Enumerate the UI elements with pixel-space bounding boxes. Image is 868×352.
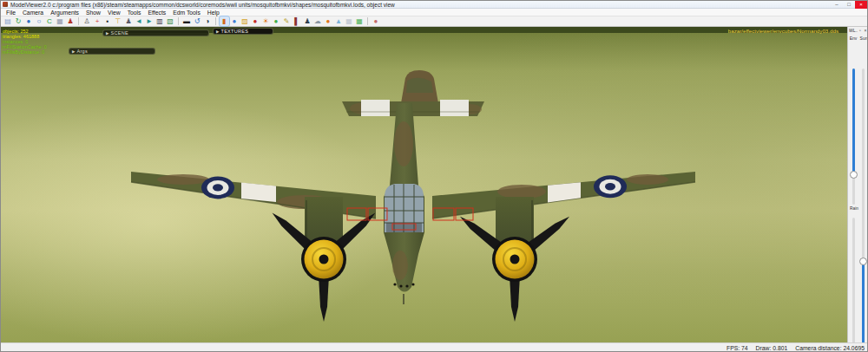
aircraft-model[interactable] bbox=[1, 27, 847, 342]
arrow-left-icon[interactable]: ◄ bbox=[135, 16, 144, 26]
close-button[interactable]: × bbox=[855, 1, 867, 9]
tail-section bbox=[342, 70, 484, 116]
reload-model-icon[interactable]: ↻ bbox=[14, 16, 23, 26]
rain-slider-label: Rain bbox=[848, 206, 860, 211]
texture-grid-icon[interactable]: ▥ bbox=[155, 16, 165, 26]
model-figure-icon[interactable]: ♟ bbox=[66, 16, 76, 26]
dark-figure-icon[interactable]: ♟ bbox=[303, 16, 312, 26]
scene-panel-label: SCENE bbox=[110, 30, 128, 36]
toolbar-separator bbox=[78, 17, 79, 25]
window-title: ModelViewer2.0 c:/program files (x86)/st… bbox=[10, 1, 831, 9]
textures-panel-label: TEXTURES bbox=[220, 29, 248, 34]
grid-view-icon[interactable]: ▦ bbox=[56, 16, 65, 26]
arrow-right-icon[interactable]: ► bbox=[145, 16, 155, 26]
toolbar-separator bbox=[367, 17, 368, 25]
pilot-figure-icon[interactable]: ♟ bbox=[124, 16, 134, 26]
app-icon bbox=[3, 2, 8, 7]
sidebar-title: WL.. bbox=[849, 28, 858, 33]
spinner-right bbox=[492, 237, 537, 282]
args-panel-label: Args bbox=[76, 49, 88, 54]
scene-panel-header[interactable]: ▶ SCENE bbox=[102, 29, 209, 36]
folder-icon[interactable]: ▨ bbox=[240, 16, 250, 26]
palette-icon[interactable]: ▧ bbox=[166, 16, 175, 26]
green-grid-icon[interactable]: ▦ bbox=[355, 16, 365, 26]
toolbar-separator bbox=[178, 17, 179, 25]
rotate-ccw-icon[interactable]: ↺ bbox=[193, 16, 202, 26]
monitor-icon[interactable]: ▪ bbox=[103, 16, 113, 26]
roundel-right bbox=[594, 175, 627, 198]
thermometer-icon[interactable]: ▌ bbox=[293, 16, 302, 26]
antenna-icon[interactable]: ⊤ bbox=[114, 16, 123, 26]
menu-edm-tools[interactable]: Edm Tools bbox=[169, 9, 204, 16]
bar-chart-icon[interactable]: ▮ bbox=[220, 16, 229, 26]
expander-icon: ▶ bbox=[106, 31, 108, 36]
render-stats-overlay: objects: 252triangles: 461888instances: … bbox=[3, 29, 47, 55]
toolbar: ▤↻●○C▦♟♙+▪⊤♟◄►▥▧▬↺◑▮●▨●☀●✎▌♟☁●▲▦▦● bbox=[1, 16, 868, 27]
add-object-icon[interactable]: + bbox=[93, 16, 102, 26]
toolbar-separator bbox=[215, 17, 216, 25]
cloud-icon[interactable]: ☁ bbox=[313, 16, 323, 26]
walk-mode-icon[interactable]: ♙ bbox=[82, 16, 92, 26]
edit-icon[interactable]: ✎ bbox=[282, 16, 292, 26]
tree-icon[interactable]: ▲ bbox=[334, 16, 344, 26]
viewport-3d[interactable]: objects: 252triangles: 461888instances: … bbox=[1, 27, 847, 342]
record-icon[interactable]: ● bbox=[251, 16, 260, 26]
light-grid-icon[interactable]: ▦ bbox=[345, 16, 354, 26]
roundel-left bbox=[201, 176, 234, 199]
sun-slider-label: Sun bbox=[858, 36, 868, 41]
screen-icon[interactable]: ▬ bbox=[182, 16, 192, 26]
expander-icon: ▶ bbox=[72, 49, 75, 54]
menu-show[interactable]: Show bbox=[82, 9, 104, 16]
env-slider-handle[interactable] bbox=[850, 171, 858, 179]
env-slider[interactable] bbox=[850, 68, 858, 205]
circle-outline-icon[interactable]: ○ bbox=[35, 16, 44, 26]
minimize-button[interactable]: – bbox=[831, 1, 843, 9]
sun-icon[interactable]: ☀ bbox=[261, 16, 271, 26]
fps-value: FPS: 74 bbox=[727, 345, 748, 351]
menu-camera[interactable]: Camera bbox=[19, 9, 47, 16]
expander-icon: ▶ bbox=[216, 29, 219, 34]
menu-arguments[interactable]: Arguments bbox=[47, 9, 82, 16]
sun-slider[interactable] bbox=[859, 68, 867, 352]
wing-stripe-right bbox=[548, 182, 581, 202]
sidebar-title-bar[interactable]: WL.. ▫ × bbox=[848, 27, 868, 34]
env-slider-fill bbox=[852, 68, 855, 174]
lighting-sidebar: WL.. ▫ × Env Sun Rain bbox=[847, 27, 868, 342]
green-light-icon[interactable]: ● bbox=[272, 16, 281, 26]
env-slider-label: Env bbox=[848, 36, 858, 41]
rain-slider[interactable] bbox=[850, 218, 858, 352]
menu-effects[interactable]: Effects bbox=[145, 9, 170, 16]
rain-slider-track[interactable] bbox=[852, 218, 855, 352]
fuselage bbox=[384, 103, 424, 304]
env-cubemap-path: bazar/effectviewer/envcubes/Normandy03.d… bbox=[728, 28, 838, 34]
maximize-button[interactable]: □ bbox=[843, 1, 855, 9]
menu-view[interactable]: View bbox=[104, 9, 124, 16]
blue-dot-icon[interactable]: ● bbox=[230, 16, 240, 26]
reload-textures-icon[interactable]: C bbox=[45, 16, 55, 26]
menu-tools[interactable]: Tools bbox=[124, 9, 145, 16]
sun-slider-fill bbox=[862, 261, 865, 352]
open-model-icon[interactable]: ▤ bbox=[3, 16, 13, 26]
orbit-icon[interactable]: ◑ bbox=[203, 16, 213, 26]
stat-line: mFillsByDistance: 0 bbox=[3, 49, 47, 55]
args-panel-header[interactable]: ▶ Args bbox=[69, 48, 155, 55]
orange-ball-icon[interactable]: ● bbox=[324, 16, 333, 26]
sphere-view-icon[interactable]: ● bbox=[24, 16, 34, 26]
textures-panel-header[interactable]: ▶ TEXTURES bbox=[213, 28, 273, 35]
disable-icon[interactable]: ● bbox=[372, 16, 381, 26]
menu-bar: FileCameraArgumentsShowViewToolsEffectsE… bbox=[1, 9, 868, 16]
status-bar: FPS: 74 Draw: 0.801 Camera distance: 24.… bbox=[1, 342, 868, 352]
menu-help[interactable]: Help bbox=[204, 9, 223, 16]
sun-slider-handle[interactable] bbox=[859, 257, 867, 265]
cockpit-canopy bbox=[385, 184, 424, 232]
draw-time-value: Draw: 0.801 bbox=[756, 345, 788, 351]
camera-distance-value: Camera distance: 24.0695 bbox=[795, 345, 865, 351]
spinner-left bbox=[301, 237, 346, 282]
sidebar-close-button[interactable]: × bbox=[863, 28, 868, 33]
menu-file[interactable]: File bbox=[3, 9, 19, 16]
